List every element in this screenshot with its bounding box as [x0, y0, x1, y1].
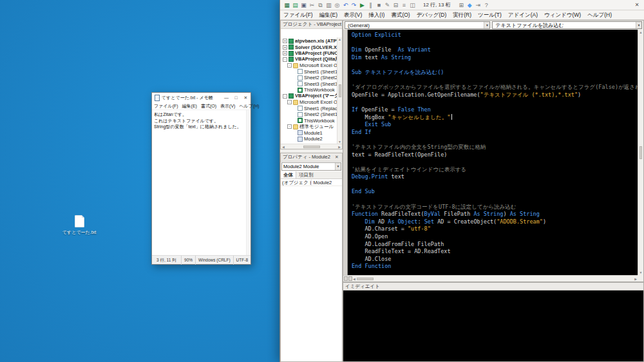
- menu-item[interactable]: 編集(E): [180, 103, 199, 110]
- project-tree-item[interactable]: +VBAProject (FUNCRES: [281, 50, 342, 57]
- split-handle[interactable]: [348, 276, 352, 281]
- break-icon[interactable]: ∥: [366, 1, 375, 9]
- project-explorer-caption[interactable]: プロジェクト - VBAProject ✕: [281, 21, 342, 29]
- menu-item[interactable]: ヘルプ(H): [584, 12, 615, 19]
- menu-item[interactable]: 編集(E): [316, 12, 341, 19]
- project-tree-item[interactable]: Sheet1 (Sheet1): [281, 69, 342, 75]
- menu-item[interactable]: ファイル(F): [152, 103, 180, 110]
- properties-object-selector[interactable]: Module2 Module ▼: [281, 162, 341, 171]
- code-editor[interactable]: Option ExplicitDim OpenFile As VariantDi…: [343, 30, 638, 275]
- procedure-combo[interactable]: テキストファイルを読み込む ▼: [492, 21, 642, 29]
- close-button[interactable]: ✕: [241, 93, 251, 102]
- collapse-icon[interactable]: -: [287, 63, 292, 68]
- bookmark-icon[interactable]: ◆: [466, 1, 474, 9]
- scrollbar-thumb[interactable]: [339, 84, 341, 97]
- project-tree-item[interactable]: -標準モジュール: [281, 124, 342, 130]
- redo-icon[interactable]: ↷: [350, 1, 358, 9]
- collapse-icon[interactable]: -: [283, 57, 287, 62]
- split-handle[interactable]: [344, 276, 348, 281]
- project-tree-item[interactable]: Sheet2 (Sheet2): [281, 75, 342, 81]
- expand-icon[interactable]: +: [283, 39, 287, 43]
- maximize-button[interactable]: □: [231, 93, 241, 102]
- help-icon[interactable]: ?: [482, 1, 491, 9]
- project-tree-item[interactable]: -VBAProject (Qiita用B: [281, 57, 342, 63]
- scroll-right-icon[interactable]: ▶: [634, 277, 637, 281]
- scroll-down-icon[interactable]: ▼: [639, 271, 643, 274]
- scrollbar-thumb[interactable]: [639, 146, 642, 159]
- view-excel-icon[interactable]: ▤: [291, 1, 299, 9]
- menu-item[interactable]: デバッグ(D): [413, 12, 450, 19]
- menu-item[interactable]: 書式(O): [199, 103, 218, 110]
- menu-item[interactable]: 表示(V): [218, 103, 237, 110]
- reset-icon[interactable]: ■: [375, 1, 383, 9]
- project-explorer-icon[interactable]: ⊟: [392, 1, 400, 9]
- collapse-icon[interactable]: -: [287, 100, 292, 104]
- property-row[interactable]: (オブジェクト名) Module2: [281, 179, 342, 186]
- menu-item[interactable]: ツール(T): [475, 12, 505, 19]
- tab-categorized[interactable]: 項目別: [296, 171, 316, 178]
- notepad-text-area[interactable]: 私はZitanです。これはテキストファイルです。String型の変数「text」…: [152, 110, 251, 255]
- scroll-down-icon[interactable]: ▼: [338, 140, 341, 144]
- expand-icon[interactable]: +: [283, 51, 287, 55]
- collapse-icon[interactable]: -: [287, 124, 292, 129]
- property-value[interactable]: Module2: [312, 179, 332, 186]
- minimize-button[interactable]: —: [222, 93, 231, 102]
- project-tree-item[interactable]: Module2: [281, 136, 342, 142]
- project-tree-item[interactable]: -Microsoft Excel Object: [281, 62, 342, 69]
- scroll-right-icon[interactable]: ▶: [338, 145, 341, 149]
- menu-item[interactable]: アドイン(A): [505, 12, 541, 19]
- menu-item[interactable]: ウィンドウ(W): [541, 12, 584, 19]
- immediate-caption[interactable]: イミディエイト: [343, 283, 643, 291]
- object-browser-icon[interactable]: ◫: [408, 1, 417, 9]
- close-icon[interactable]: ✕: [334, 155, 340, 160]
- project-tree-item[interactable]: Sheet2 (Sheet1): [281, 111, 342, 118]
- save-icon[interactable]: ▣: [299, 1, 308, 9]
- scroll-up-icon[interactable]: ▲: [338, 37, 341, 41]
- indent-icon[interactable]: ⇥: [474, 1, 482, 9]
- chevron-down-icon[interactable]: ▼: [335, 163, 341, 170]
- notepad-scrollbar[interactable]: [246, 110, 251, 255]
- chevron-down-icon[interactable]: ▼: [636, 22, 641, 28]
- project-tree-item[interactable]: +Solver (SOLVER.XLAM: [281, 44, 342, 51]
- menu-item[interactable]: ファイル(F): [280, 12, 316, 19]
- run-icon[interactable]: ▶: [358, 1, 366, 9]
- scrollbar-thumb[interactable]: [303, 146, 320, 148]
- code-horizontal-scrollbar[interactable]: ◀ ▶: [343, 275, 638, 281]
- project-tree-item[interactable]: Sheet3 (Sheet3): [281, 81, 342, 88]
- notepad-titlebar[interactable]: てすとでーた.txt - メモ帳 — □ ✕: [152, 93, 251, 102]
- chevron-down-icon[interactable]: ▼: [484, 22, 489, 28]
- menu-item[interactable]: 表示(V): [341, 12, 365, 19]
- immediate-window-body[interactable]: [343, 291, 643, 361]
- project-tree-item[interactable]: -VBAProject (マークダウ: [281, 93, 342, 100]
- scroll-up-icon[interactable]: ▲: [639, 30, 643, 34]
- project-tree-item[interactable]: +atpvbaen.xls (ATPVBA: [281, 38, 342, 44]
- project-tree-item[interactable]: ThisWorkbook: [281, 87, 342, 93]
- project-tree-item[interactable]: -Microsoft Excel Object: [281, 99, 342, 106]
- paste-icon[interactable]: ▥: [325, 1, 333, 9]
- close-icon[interactable]: ✕: [341, 22, 342, 27]
- project-horizontal-scrollbar[interactable]: ◀ ▶: [281, 144, 342, 149]
- excel-app-icon[interactable]: ▦: [283, 1, 291, 9]
- collapse-icon[interactable]: -: [283, 94, 287, 99]
- design-mode-icon[interactable]: ✎: [383, 1, 392, 9]
- project-tree-item[interactable]: Sheet1 (ReplaceTe: [281, 106, 342, 112]
- undo-icon[interactable]: ↶: [341, 1, 350, 9]
- scroll-left-icon[interactable]: ◀: [282, 145, 285, 149]
- code-margin-indicator-bar[interactable]: [343, 30, 348, 275]
- object-combo[interactable]: (General) ▼: [345, 21, 490, 29]
- find-icon[interactable]: ◎: [333, 1, 341, 9]
- scrollbar-track[interactable]: [355, 278, 634, 280]
- tab-alphabetic[interactable]: 全体: [281, 171, 296, 178]
- close-icon[interactable]: ✕: [632, 2, 641, 8]
- menu-item[interactable]: 実行(R): [450, 12, 475, 19]
- copy-icon[interactable]: ⧉: [316, 1, 325, 9]
- project-tree-item[interactable]: Module1: [281, 130, 342, 137]
- properties-caption[interactable]: プロパティ - Module2 ✕: [281, 153, 342, 162]
- properties-window-icon[interactable]: ≡: [400, 1, 408, 9]
- desktop-file-icon[interactable]: てすとでーた.txt: [59, 215, 99, 236]
- cut-icon[interactable]: ✂: [308, 1, 316, 9]
- menu-item[interactable]: 書式(O): [388, 12, 413, 19]
- toolbox-icon[interactable]: ⊞: [457, 1, 466, 9]
- scrollbar-thumb[interactable]: [357, 278, 374, 280]
- project-tree-item[interactable]: ThisWorkbook: [281, 118, 342, 124]
